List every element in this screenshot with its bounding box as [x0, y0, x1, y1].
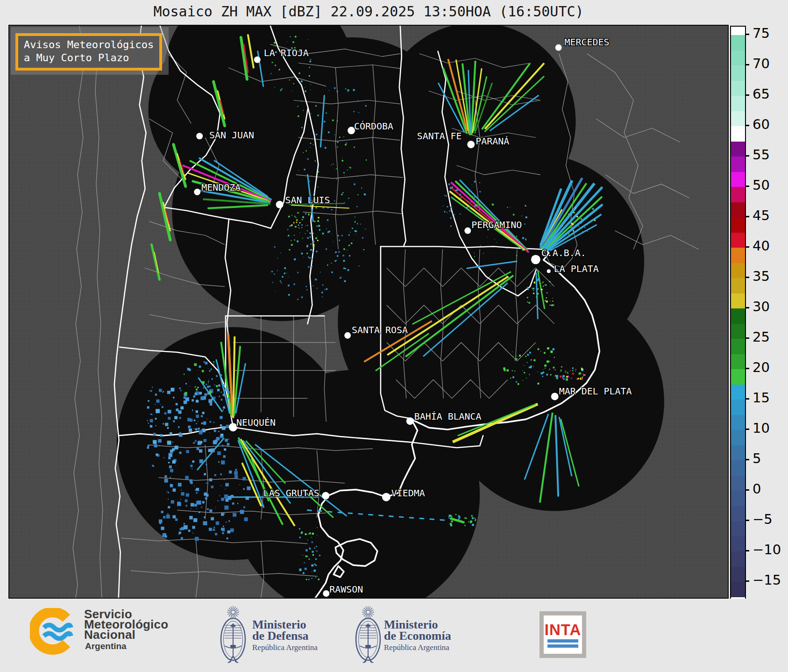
short-term-warnings-banner[interactable]: Avisos Meteorológicos a Muy Corto Plazo	[15, 33, 162, 71]
echo-speck	[308, 579, 310, 580]
echo-speck	[298, 115, 299, 117]
echo-speck	[209, 370, 211, 372]
echo-speck	[291, 91, 292, 91]
echo-speck	[313, 244, 315, 245]
echo-speck	[190, 465, 192, 467]
echo-speck	[525, 239, 526, 240]
echo-speck	[522, 237, 524, 239]
colorbar-tick-label: 40	[753, 238, 770, 254]
echo-speck	[163, 423, 164, 424]
echo-speck	[272, 62, 273, 63]
colorbar-tick	[745, 277, 749, 278]
colorbar-tick	[745, 520, 749, 521]
echo-speck	[546, 297, 547, 299]
colorbar-segment	[731, 278, 745, 293]
echo-speck	[179, 417, 181, 419]
echo-speck	[156, 425, 156, 426]
echo-speck	[317, 114, 319, 116]
colorbar-tick	[745, 398, 749, 400]
echo-speck	[328, 131, 330, 133]
echo-speck	[456, 189, 458, 191]
echo-speck	[196, 508, 197, 508]
echo-speck	[194, 393, 197, 395]
echo-speck	[450, 217, 452, 219]
echo-speck	[223, 526, 224, 527]
echo-speck	[201, 415, 203, 417]
echo-speck	[317, 288, 318, 289]
echo-speck	[334, 135, 334, 135]
echo-speck	[312, 554, 314, 556]
echo-speck	[344, 280, 346, 282]
echo-speck	[357, 194, 358, 195]
echo-speck	[208, 449, 212, 452]
echo-speck	[532, 288, 534, 290]
echo-speck	[455, 514, 457, 515]
echo-speck	[204, 493, 207, 496]
echo-speck	[168, 410, 171, 414]
echo-speck	[274, 273, 275, 274]
echo-speck	[209, 386, 211, 387]
echo-speck	[565, 372, 566, 372]
echo-speck	[533, 290, 534, 291]
echo-speck	[165, 423, 168, 426]
echo-speck	[475, 519, 476, 520]
echo-speck	[318, 579, 319, 580]
echo-speck	[216, 385, 218, 387]
echo-speck	[190, 481, 193, 484]
echo-speck	[299, 222, 301, 224]
echo-speck	[227, 530, 230, 534]
colorbar-tick	[745, 580, 749, 582]
echo-speck	[301, 253, 303, 255]
radar-map: LA RIOJAMERCEDESSAN JUANCÓRDOBASANTA FEP…	[8, 25, 729, 599]
echo-speck	[315, 565, 317, 566]
echo-speck	[560, 376, 561, 378]
echo-speck	[168, 499, 169, 500]
echo-speck	[554, 357, 555, 358]
echo-speck	[307, 237, 309, 239]
echo-speck	[180, 528, 182, 530]
echo-speck	[307, 540, 308, 541]
echo-speck	[592, 208, 594, 210]
echo-speck	[312, 551, 314, 553]
echo-speck	[545, 284, 547, 286]
echo-speck	[525, 238, 526, 239]
city-dot	[406, 417, 414, 425]
echo-speck	[570, 370, 571, 371]
echo-speck	[205, 362, 208, 365]
echo-speck	[305, 233, 306, 234]
echo-speck	[163, 516, 165, 518]
echo-speck	[341, 235, 343, 236]
footer-logos: Servicio Meteorológico Nacional Argentin…	[0, 599, 788, 672]
echo-speck	[529, 352, 531, 354]
echo-speck	[507, 207, 508, 208]
echo-speck	[305, 549, 308, 551]
echo-speck	[242, 512, 243, 513]
echo-speck	[562, 377, 563, 378]
echo-speck	[449, 193, 449, 194]
echo-speck	[513, 356, 513, 357]
echo-speck	[217, 389, 220, 391]
echo-speck	[544, 365, 546, 366]
echo-speck	[314, 564, 316, 565]
echo-speck	[480, 245, 481, 246]
echo-speck	[518, 384, 519, 385]
city-dot	[467, 141, 475, 148]
echo-speck	[225, 388, 228, 392]
city-label: MAR DEL PLATA	[559, 386, 632, 397]
echo-speck	[571, 223, 573, 225]
colorbar-segment	[731, 263, 745, 279]
echo-speck	[287, 42, 287, 42]
echo-speck	[275, 65, 276, 66]
echo-speck	[354, 147, 355, 148]
echo-speck	[317, 550, 318, 551]
echo-speck	[550, 374, 552, 376]
echo-speck	[208, 369, 208, 369]
echo-speck	[531, 359, 532, 361]
colorbar-tick	[745, 186, 749, 187]
echo-speck	[309, 181, 310, 182]
colorbar-tick	[745, 125, 749, 126]
echo-speck	[152, 387, 153, 388]
echo-speck	[513, 214, 514, 215]
echo-speck	[147, 447, 149, 449]
echo-speck	[299, 528, 300, 529]
